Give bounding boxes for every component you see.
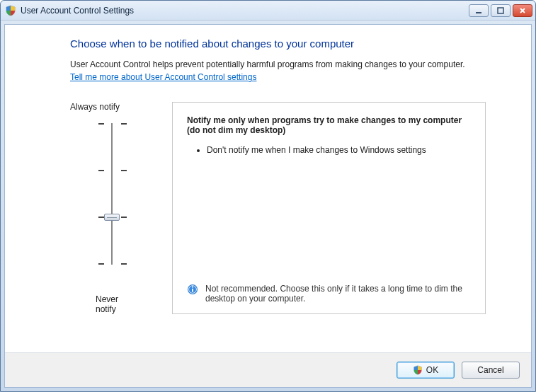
content: Choose when to be notified about changes… xyxy=(5,25,531,352)
slider-tick-0 xyxy=(98,263,127,265)
svg-point-6 xyxy=(192,287,193,288)
close-button[interactable] xyxy=(513,4,532,17)
slider-tick-3 xyxy=(98,123,127,125)
svg-rect-0 xyxy=(476,12,481,13)
bullet-item: Don't notify me when I make changes to W… xyxy=(207,145,471,155)
slider-thumb[interactable] xyxy=(104,214,120,221)
slider-tick-2 xyxy=(98,170,127,171)
uac-settings-window: User Account Control Settings Choose whe… xyxy=(0,0,536,392)
slider-track xyxy=(111,123,113,265)
ok-button[interactable]: OK xyxy=(397,362,455,379)
client-area: Choose when to be notified about changes… xyxy=(4,24,532,388)
maximize-button[interactable] xyxy=(491,4,511,17)
description-text: User Account Control helps prevent poten… xyxy=(70,59,486,69)
minimize-button[interactable] xyxy=(469,4,489,17)
slider-label-always: Always notify xyxy=(70,102,141,112)
svg-rect-5 xyxy=(192,289,193,292)
notification-level-slider[interactable] xyxy=(98,119,127,282)
button-bar: OK Cancel xyxy=(5,352,531,387)
uac-shield-icon xyxy=(413,365,423,375)
window-title: User Account Control Settings xyxy=(21,6,469,16)
slider-label-never: Never notify xyxy=(96,294,141,314)
cancel-button[interactable]: Cancel xyxy=(462,362,520,379)
window-buttons xyxy=(469,4,532,17)
level-bullets: Don't notify me when I make changes to W… xyxy=(207,145,471,158)
page-heading: Choose when to be notified about changes… xyxy=(70,38,486,50)
level-description-panel: Notify me only when programs try to make… xyxy=(172,102,486,314)
cancel-label: Cancel xyxy=(477,365,503,375)
help-link[interactable]: Tell me more about User Account Control … xyxy=(70,72,256,82)
slider-column: Always notify Never notify xyxy=(70,102,141,314)
recommendation-note: Not recommended. Choose this only if it … xyxy=(187,284,471,304)
recommendation-text: Not recommended. Choose this only if it … xyxy=(205,284,471,304)
ok-label: OK xyxy=(426,365,438,375)
level-title: Notify me only when programs try to make… xyxy=(187,115,471,135)
uac-shield-icon xyxy=(5,5,16,16)
info-icon xyxy=(187,284,198,295)
body-row: Always notify Never notify Notify me onl… xyxy=(70,102,486,314)
svg-rect-1 xyxy=(498,8,503,13)
titlebar: User Account Control Settings xyxy=(1,1,535,21)
